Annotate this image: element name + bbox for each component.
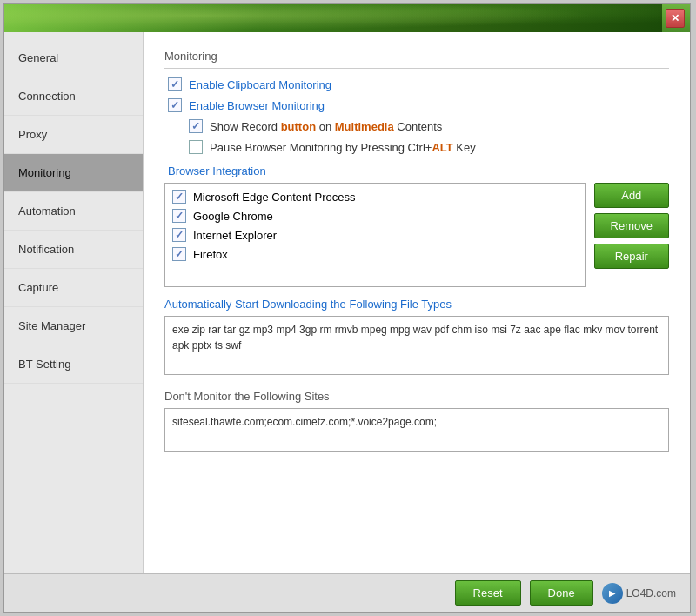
section-header: Monitoring — [164, 50, 669, 69]
browser-item-firefox: ✓ Firefox — [169, 244, 581, 264]
browser-monitoring-label: Enable Browser Monitoring — [189, 99, 325, 112]
pause-browser-row: Pause Browser Monitoring by Pressing Ctr… — [164, 140, 669, 154]
dont-monitor-label: Don't Monitor the Following Sites — [164, 390, 669, 403]
watermark: ▶ LO4D.com — [602, 583, 676, 604]
sidebar-item-notification[interactable]: Notification — [4, 231, 143, 269]
content-area: General Connection Proxy Monitoring Auto… — [4, 32, 690, 573]
show-record-row: ✓ Show Record button on Multimedia Conte… — [164, 119, 669, 133]
multimedia-highlight: Multimedia — [335, 120, 394, 133]
pause-browser-checkbox[interactable] — [189, 140, 203, 154]
auto-download-section: Automatically Start Downloading the Foll… — [164, 298, 669, 378]
dont-monitor-section: Don't Monitor the Following Sites sitese… — [164, 390, 669, 454]
button-highlight: button — [281, 120, 316, 133]
sidebar-item-automation[interactable]: Automation — [4, 192, 143, 231]
browser-integration-label: Browser Integration — [164, 164, 669, 177]
title-bar-background — [4, 4, 662, 32]
watermark-icon: ▶ — [602, 583, 623, 604]
main-panel: Monitoring ✓ Enable Clipboard Monitoring… — [144, 32, 690, 573]
edge-checkbox[interactable]: ✓ — [172, 190, 186, 204]
main-window: ✕ General Connection Proxy Monitoring Au… — [3, 3, 691, 613]
sidebar-item-connection[interactable]: Connection — [4, 77, 143, 116]
chrome-checkbox[interactable]: ✓ — [172, 209, 186, 223]
alt-highlight: ALT — [432, 141, 452, 154]
sidebar-item-general[interactable]: General — [4, 39, 143, 77]
browser-monitoring-row: ✓ Enable Browser Monitoring — [164, 98, 669, 112]
sidebar-item-proxy[interactable]: Proxy — [4, 116, 143, 154]
ie-label: Internet Explorer — [193, 229, 277, 242]
reset-button[interactable]: Reset — [455, 580, 521, 606]
ie-checkbox[interactable]: ✓ — [172, 228, 186, 242]
footer: Reset Done ▶ LO4D.com — [4, 573, 690, 612]
title-bar: ✕ — [4, 4, 690, 32]
browser-item-edge: ✓ Microsoft Edge Content Process — [169, 187, 581, 206]
auto-download-label: Automatically Start Downloading the Foll… — [164, 298, 669, 311]
pause-browser-label: Pause Browser Monitoring by Pressing Ctr… — [210, 141, 476, 154]
browser-integration-row: ✓ Microsoft Edge Content Process ✓ Googl… — [164, 183, 669, 287]
browser-list: ✓ Microsoft Edge Content Process ✓ Googl… — [164, 183, 586, 287]
clipboard-monitoring-row: ✓ Enable Clipboard Monitoring — [164, 77, 669, 91]
browser-item-ie: ✓ Internet Explorer — [169, 225, 581, 244]
checkmark-icon: ✓ — [171, 99, 179, 111]
done-button[interactable]: Done — [530, 580, 593, 606]
checkmark-icon: ✓ — [191, 120, 200, 132]
checkmark-icon: ✓ — [171, 78, 179, 90]
firefox-label: Firefox — [193, 248, 228, 261]
close-button[interactable]: ✕ — [666, 9, 685, 28]
browser-button-group: Add Remove Repair — [594, 183, 669, 269]
checkmark-icon: ✓ — [175, 248, 184, 260]
clipboard-monitoring-checkbox[interactable]: ✓ — [168, 77, 182, 91]
show-record-label: Show Record button on Multimedia Content… — [210, 120, 442, 133]
checkmark-icon: ✓ — [175, 191, 184, 203]
remove-browser-button[interactable]: Remove — [594, 213, 669, 238]
browser-item-chrome: ✓ Google Chrome — [169, 206, 581, 225]
add-browser-button[interactable]: Add — [594, 183, 669, 208]
auto-download-input[interactable]: exe zip rar tar gz mp3 mp4 3gp rm rmvb m… — [164, 316, 669, 375]
edge-label: Microsoft Edge Content Process — [193, 191, 355, 204]
firefox-checkbox[interactable]: ✓ — [172, 247, 186, 261]
sidebar-item-bt-setting[interactable]: BT Setting — [4, 345, 143, 384]
sidebar-item-site-manager[interactable]: Site Manager — [4, 307, 143, 345]
dont-monitor-input[interactable]: siteseal.thawte.com;ecom.cimetz.com;*.vo… — [164, 408, 669, 452]
watermark-text: LO4D.com — [626, 587, 676, 599]
repair-browser-button[interactable]: Repair — [594, 244, 669, 269]
show-record-checkbox[interactable]: ✓ — [189, 119, 203, 133]
sidebar: General Connection Proxy Monitoring Auto… — [4, 32, 144, 573]
checkmark-icon: ✓ — [175, 210, 184, 222]
sidebar-item-capture[interactable]: Capture — [4, 269, 143, 307]
clipboard-monitoring-label: Enable Clipboard Monitoring — [189, 78, 331, 91]
checkmark-icon: ✓ — [175, 229, 184, 241]
chrome-label: Google Chrome — [193, 210, 273, 223]
sidebar-item-monitoring[interactable]: Monitoring — [4, 154, 143, 192]
browser-monitoring-checkbox[interactable]: ✓ — [168, 98, 182, 112]
browser-integration-section: Browser Integration ✓ Microsoft Edge Con… — [164, 164, 669, 287]
